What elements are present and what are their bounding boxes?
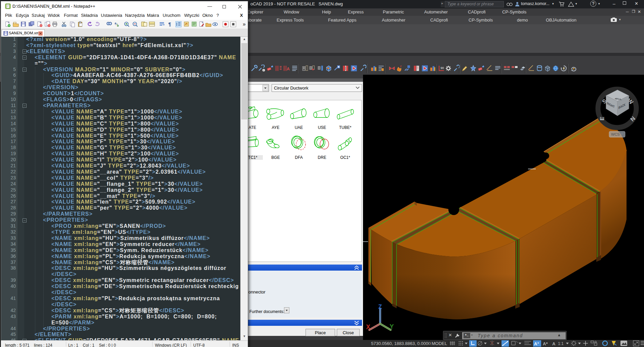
svg-text:A: A: [552, 341, 556, 346]
svg-text:b: b: [117, 24, 119, 27]
svg-text:1:1: 1:1: [558, 341, 564, 346]
svg-text:Z: Z: [378, 304, 382, 310]
svg-text:A*: A*: [543, 341, 548, 346]
svg-text:E: E: [599, 116, 605, 120]
svg-text:A°: A°: [534, 341, 539, 346]
svg-text:WCS: WCS: [611, 132, 620, 136]
svg-text:Y: Y: [390, 324, 394, 329]
svg-text:¶: ¶: [168, 22, 171, 27]
svg-text:X: X: [366, 324, 370, 330]
